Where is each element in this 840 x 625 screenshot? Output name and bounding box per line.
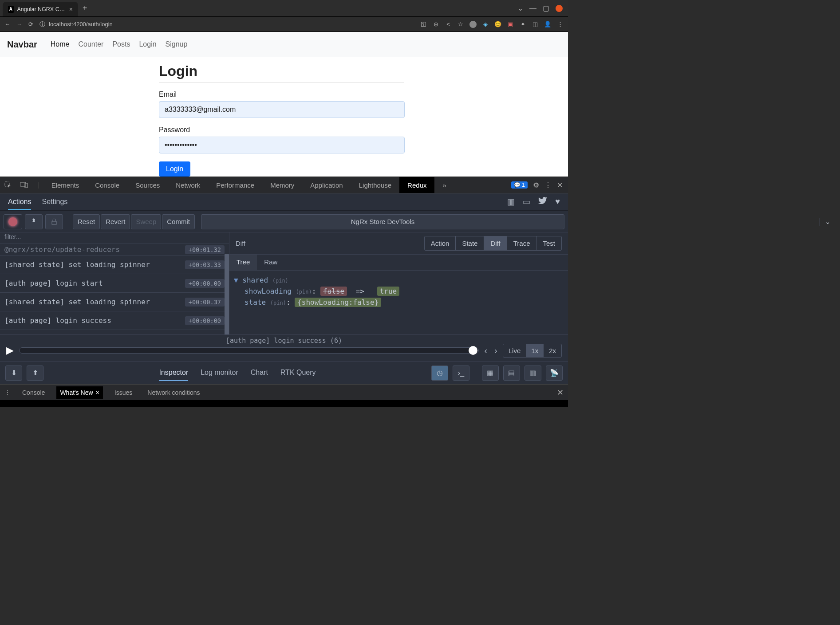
devtools-tab-sources[interactable]: Sources	[127, 177, 168, 193]
extension-icon-4[interactable]: ▣	[507, 21, 514, 28]
lock-button[interactable]	[45, 214, 63, 229]
redux-tab-settings[interactable]: Settings	[42, 198, 67, 206]
device-toggle-icon[interactable]	[16, 182, 33, 188]
download-icon[interactable]: ⬇	[5, 366, 22, 381]
view-tab-state[interactable]: State	[455, 236, 484, 250]
pin-label[interactable]: (pin)	[272, 278, 288, 284]
redux-tab-actions[interactable]: Actions	[8, 198, 31, 210]
key-icon[interactable]: ⚿	[420, 21, 427, 28]
nav-home[interactable]: Home	[46, 40, 74, 48]
view-tab-test[interactable]: Test	[536, 236, 561, 250]
pin-label[interactable]: (pin)	[296, 289, 312, 295]
commit-button[interactable]: Commit	[162, 214, 195, 229]
inspect-element-icon[interactable]	[0, 181, 16, 189]
chevron-down-icon[interactable]: ⌄	[517, 4, 523, 12]
speed-2x[interactable]: 2x	[544, 344, 561, 357]
clock-icon[interactable]: ◷	[431, 366, 448, 381]
action-row[interactable]: @ngrx/store/update-reducers +00:01.32	[0, 244, 229, 256]
reload-icon[interactable]: ⟳	[28, 21, 33, 28]
nav-login[interactable]: Login	[134, 40, 161, 48]
play-icon[interactable]: ▶	[6, 345, 14, 356]
prev-icon[interactable]: ‹	[484, 346, 487, 356]
extensions-menu-icon[interactable]: ✦	[519, 21, 526, 28]
pin-label[interactable]: (pin)	[270, 300, 286, 306]
gear-icon[interactable]: ⚙	[533, 181, 539, 189]
record-button[interactable]	[4, 214, 22, 229]
drawer-tab-whatsnew[interactable]: What's New ×	[56, 386, 103, 399]
action-row[interactable]: [shared state] set loading spinner +00:0…	[0, 256, 229, 274]
site-info-icon[interactable]: ⓘ	[39, 20, 45, 28]
layout-bottom-icon[interactable]: ▤	[503, 366, 520, 381]
filter-input[interactable]: filter...	[0, 232, 229, 244]
extension-icon-2[interactable]: ◈	[482, 21, 489, 28]
extension-icon-1[interactable]	[469, 21, 477, 28]
close-drawer-icon[interactable]: ✕	[557, 388, 564, 397]
monitor-chart[interactable]: Chart	[251, 365, 268, 381]
chat-icon[interactable]: ▭	[523, 197, 530, 207]
devtools-tab-performance[interactable]: Performance	[208, 177, 262, 193]
devtools-tab-application[interactable]: Application	[302, 177, 351, 193]
extension-icon-3[interactable]: 😊	[494, 21, 501, 28]
devtools-tab-lighthouse[interactable]: Lighthouse	[351, 177, 399, 193]
monitor-inspector[interactable]: Inspector	[159, 365, 188, 381]
message-badge[interactable]: 💬 1	[511, 181, 528, 189]
kebab-icon[interactable]: ⋮	[544, 181, 552, 189]
view-tab-diff[interactable]: Diff	[484, 236, 506, 250]
monitor-log[interactable]: Log monitor	[201, 365, 238, 381]
forward-icon[interactable]: →	[16, 21, 22, 28]
email-input[interactable]	[159, 101, 405, 118]
profile-icon[interactable]: 👤	[544, 21, 551, 28]
nav-signup[interactable]: Signup	[161, 40, 192, 48]
book-icon[interactable]: ▥	[507, 197, 515, 207]
diff-tree[interactable]: ▼ shared (pin) showLoading (pin): false …	[229, 271, 568, 314]
revert-button[interactable]: Revert	[101, 214, 130, 229]
action-row[interactable]: [auth page] login start +00:00.00	[0, 274, 229, 293]
speed-1x[interactable]: 1x	[526, 344, 544, 357]
close-devtools-icon[interactable]: ✕	[557, 181, 563, 189]
close-tab-icon[interactable]: ×	[96, 389, 99, 396]
nav-posts[interactable]: Posts	[108, 40, 134, 48]
heart-icon[interactable]: ♥	[555, 197, 560, 207]
drawer-menu-icon[interactable]: ⋮	[4, 389, 11, 396]
actions-list[interactable]: @ngrx/store/update-reducers +00:01.32 [s…	[0, 244, 229, 334]
share-icon[interactable]: <	[445, 21, 452, 28]
maximize-icon[interactable]: ▢	[543, 4, 549, 12]
back-icon[interactable]: ←	[4, 21, 10, 28]
slider-knob[interactable]	[469, 346, 477, 355]
drawer-tab-netcond[interactable]: Network conditions	[144, 386, 203, 399]
devtools-more-tabs-icon[interactable]: »	[434, 177, 454, 193]
pin-button[interactable]	[25, 214, 43, 229]
upload-icon[interactable]: ⬆	[27, 366, 43, 381]
action-row[interactable]: [shared state] set loading spinner +00:0…	[0, 293, 229, 311]
store-selector[interactable]: NgRx Store DevTools ⌄	[201, 214, 564, 229]
speed-live[interactable]: Live	[503, 344, 526, 357]
next-icon[interactable]: ›	[494, 346, 497, 356]
raw-tab[interactable]: Raw	[257, 255, 284, 270]
tree-key-state[interactable]: state	[245, 298, 266, 307]
tree-key-showloading[interactable]: showLoading	[245, 287, 292, 295]
devtools-tab-network[interactable]: Network	[168, 177, 208, 193]
playback-slider[interactable]	[19, 347, 479, 354]
puzzle-icon[interactable]: ◫	[532, 21, 539, 28]
monitor-rtk[interactable]: RTK Query	[280, 365, 316, 381]
kebab-menu-icon[interactable]: ⋮	[556, 21, 564, 28]
drawer-tab-issues[interactable]: Issues	[111, 386, 136, 399]
browser-tab[interactable]: A Angular NGRX Complete ×	[3, 2, 78, 16]
minimize-icon[interactable]: —	[529, 4, 536, 12]
scrollbar-thumb[interactable]	[225, 254, 229, 334]
password-input[interactable]	[159, 137, 405, 153]
layout-left-icon[interactable]: ▦	[482, 366, 499, 381]
devtools-tab-memory[interactable]: Memory	[262, 177, 302, 193]
devtools-tab-elements[interactable]: Elements	[43, 177, 87, 193]
tree-tab[interactable]: Tree	[229, 255, 257, 270]
devtools-tab-console[interactable]: Console	[87, 177, 127, 193]
action-row[interactable]: [auth page] login success +00:00:00	[0, 311, 229, 330]
nav-counter[interactable]: Counter	[74, 40, 108, 48]
tree-key-shared[interactable]: shared	[242, 276, 268, 284]
twitter-icon[interactable]	[538, 197, 547, 207]
layout-right-icon[interactable]: ▥	[525, 366, 541, 381]
reset-button[interactable]: Reset	[73, 214, 100, 229]
new-tab-button[interactable]: +	[78, 0, 92, 16]
url-field[interactable]: ⓘ localhost:4200/auth/login	[39, 20, 414, 28]
view-tab-trace[interactable]: Trace	[507, 236, 536, 250]
